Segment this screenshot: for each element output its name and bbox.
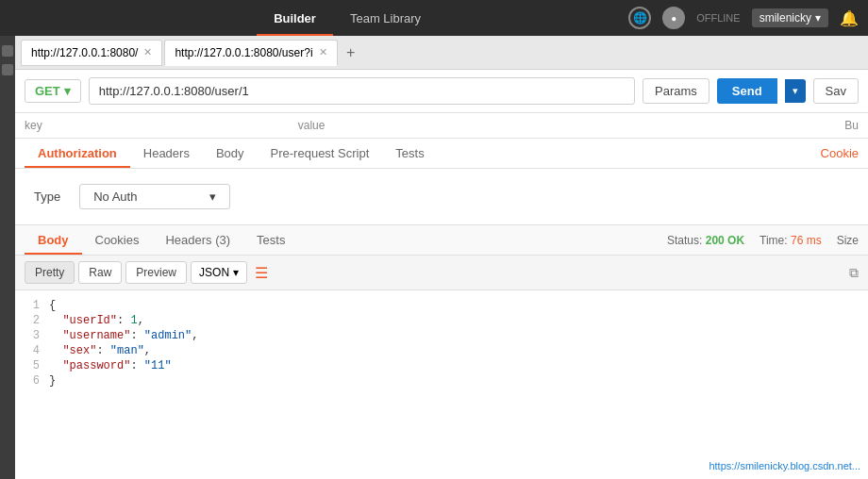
auth-section: Type No Auth ▾ [15, 169, 868, 225]
response-status: Status: 200 OK Time: 76 ms Size [667, 234, 859, 247]
sidebar-icon-2[interactable] [2, 64, 13, 75]
sidebar [0, 36, 15, 479]
tabs-bar: http://127.0.0.1:8080/ ✕ http://127.0.0.… [15, 36, 868, 70]
wrap-icon[interactable]: ☰ [255, 264, 268, 282]
nav-tab-builder[interactable]: Builder [257, 0, 333, 36]
params-value-label: value [298, 119, 845, 132]
main-layout: http://127.0.0.1:8080/ ✕ http://127.0.0.… [0, 36, 868, 479]
code-area: 1 { 2 "userId": 1, 3 "username": "admin"… [15, 290, 868, 479]
req-tab-tests[interactable]: Tests [382, 139, 437, 168]
resp-tab-tests[interactable]: Tests [243, 225, 298, 255]
notification-bell[interactable]: 🔔 [840, 9, 859, 27]
avatar: ● [662, 7, 685, 29]
params-key-label: key [25, 119, 298, 132]
globe-icon[interactable]: 🌐 [628, 7, 651, 29]
req-tab-prerequest[interactable]: Pre-request Script [258, 139, 383, 168]
url-input[interactable] [89, 77, 635, 105]
response-section: Body Cookies Headers (3) Tests Status: 2… [15, 225, 868, 479]
status-value: 200 OK [706, 234, 744, 247]
auth-type-label: Type [34, 190, 60, 204]
code-line-2: 2 "userId": 1, [15, 313, 868, 328]
code-line-3: 3 "username": "admin", [15, 328, 868, 343]
tab-1[interactable]: http://127.0.0.1:8080/ ✕ [21, 40, 162, 66]
params-row: key value Bu [15, 113, 868, 139]
tab-2[interactable]: http://127.0.0.1:8080/user?i ✕ [164, 40, 337, 66]
size-label: Size [837, 234, 859, 247]
sidebar-icon-1[interactable] [2, 45, 13, 57]
copy-icon[interactable]: ⧉ [849, 265, 859, 281]
req-tab-body[interactable]: Body [203, 139, 258, 168]
nav-center: Builder Team Library [257, 0, 438, 36]
resp-tab-headers[interactable]: Headers (3) [152, 225, 243, 255]
resp-tab-body[interactable]: Body [25, 225, 82, 255]
nav-tab-team-library[interactable]: Team Library [333, 0, 438, 36]
nav-right: 🌐 ● OFFLINE smilenicky ▾ 🔔 [628, 7, 859, 29]
content-area: http://127.0.0.1:8080/ ✕ http://127.0.0.… [15, 36, 868, 479]
request-tabs: Authorization Headers Body Pre-request S… [15, 139, 868, 169]
send-dropdown-button[interactable]: ▾ [785, 79, 806, 103]
watermark: https://smilenicky.blog.csdn.net... [709, 460, 860, 471]
add-tab-button[interactable]: + [340, 41, 362, 64]
send-button[interactable]: Send [717, 78, 777, 104]
request-bar: GET ▾ Params Send ▾ Sav [15, 70, 868, 113]
params-button[interactable]: Params [643, 78, 709, 104]
auth-type-select[interactable]: No Auth ▾ [79, 184, 230, 209]
code-line-5: 5 "password": "11" [15, 358, 868, 373]
params-bulk-label: Bu [844, 119, 859, 132]
req-tab-headers[interactable]: Headers [130, 139, 203, 168]
preview-button[interactable]: Preview [125, 261, 187, 284]
code-line-4: 4 "sex": "man", [15, 343, 868, 358]
method-select[interactable]: GET ▾ [25, 79, 81, 103]
req-tab-authorization[interactable]: Authorization [25, 139, 130, 168]
code-line-1: 1 { [15, 298, 868, 313]
format-select[interactable]: JSON ▾ [191, 261, 247, 284]
code-line-6: 6 } [15, 373, 868, 388]
user-menu[interactable]: smilenicky ▾ [752, 8, 828, 27]
cookies-link[interactable]: Cookie [821, 139, 859, 168]
pretty-button[interactable]: Pretty [25, 261, 75, 284]
tab-1-close[interactable]: ✕ [143, 46, 152, 58]
response-body-toolbar: Pretty Raw Preview JSON ▾ ☰ ⧉ [15, 256, 868, 290]
save-button[interactable]: Sav [813, 78, 859, 104]
response-tabs-bar: Body Cookies Headers (3) Tests Status: 2… [15, 225, 868, 256]
raw-button[interactable]: Raw [78, 261, 122, 284]
top-nav: Builder Team Library 🌐 ● OFFLINE smileni… [0, 0, 868, 36]
tab-2-close[interactable]: ✕ [319, 46, 327, 58]
offline-badge: OFFLINE [696, 12, 740, 24]
time-value: 76 ms [791, 234, 822, 247]
resp-tab-cookies[interactable]: Cookies [82, 225, 153, 255]
